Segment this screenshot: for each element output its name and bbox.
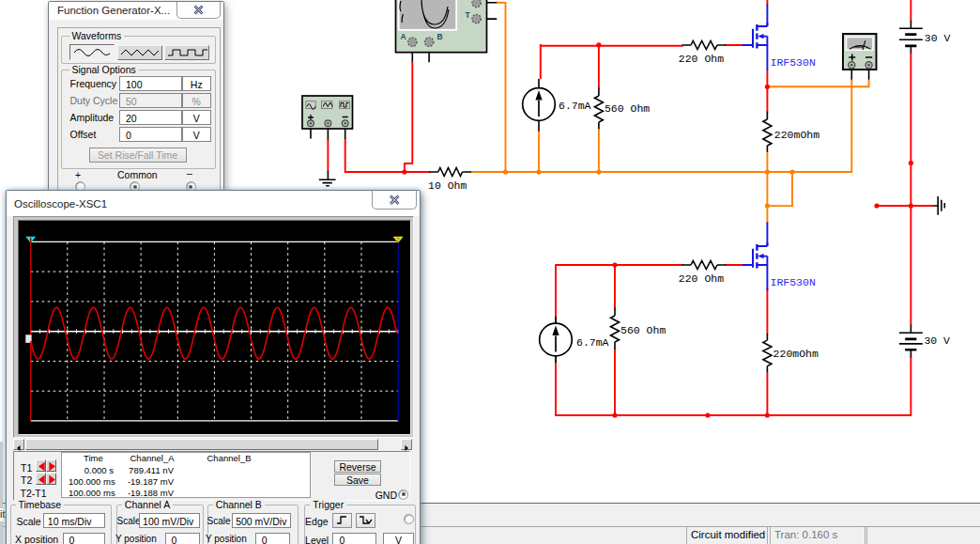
- svg-text:560 Ohm: 560 Ohm: [620, 324, 666, 336]
- svg-text:560 Ohm: 560 Ohm: [605, 102, 650, 115]
- svg-text:6.7mA: 6.7mA: [559, 100, 591, 112]
- svg-text:10 Ohm: 10 Ohm: [428, 179, 467, 192]
- svg-text:2: 2: [396, 237, 400, 243]
- svg-text:220 Ohm: 220 Ohm: [679, 272, 724, 285]
- svg-text:30 V: 30 V: [924, 334, 950, 347]
- svg-text:A: A: [401, 32, 406, 41]
- svg-text:220 Ohm: 220 Ohm: [679, 53, 724, 65]
- svg-text:6.7mA: 6.7mA: [576, 336, 609, 349]
- svg-text:IRF530N: IRF530N: [771, 56, 816, 69]
- svg-text:IRF530N: IRF530N: [771, 276, 816, 288]
- svg-text:B: B: [437, 32, 443, 41]
- svg-text:220mOhm: 220mOhm: [773, 348, 819, 360]
- svg-text:220mOhm: 220mOhm: [774, 129, 819, 141]
- svg-text:T: T: [466, 10, 471, 20]
- svg-text:30 V: 30 V: [925, 32, 951, 44]
